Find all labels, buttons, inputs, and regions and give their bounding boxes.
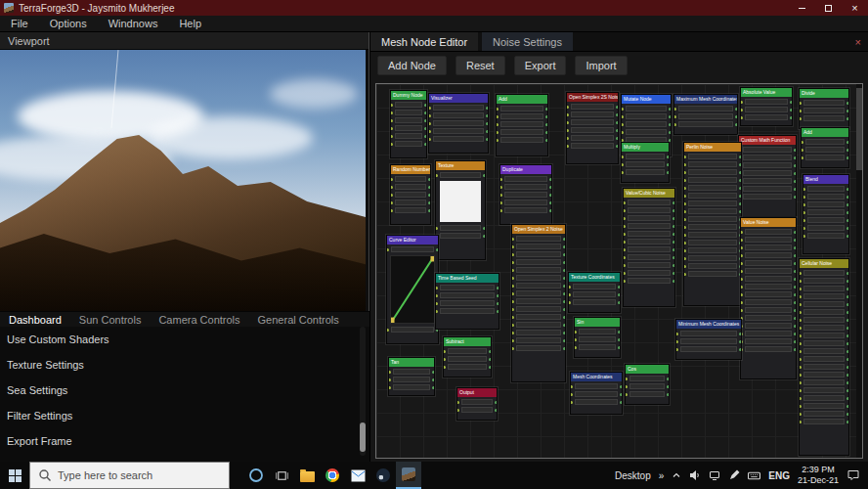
- input-pin[interactable]: [683, 202, 686, 205]
- node-field[interactable]: [678, 121, 733, 127]
- node-minimum-mesh-coordinates[interactable]: Minimum Mesh Coordinates: [675, 319, 742, 360]
- output-pin[interactable]: [497, 287, 499, 289]
- node-tan[interactable]: Tan: [388, 357, 435, 396]
- node-field[interactable]: [745, 276, 792, 282]
- input-pin[interactable]: [499, 201, 502, 204]
- node-mesh-coordinates[interactable]: Mesh Coordinates: [570, 372, 623, 415]
- input-pin[interactable]: [740, 231, 743, 234]
- node-field[interactable]: [516, 267, 561, 273]
- output-pin[interactable]: [846, 102, 849, 105]
- input-pin[interactable]: [435, 294, 438, 297]
- node-field[interactable]: [579, 344, 616, 350]
- node-field[interactable]: [688, 208, 737, 214]
- import-button[interactable]: Import: [575, 56, 627, 75]
- node-field[interactable]: [745, 229, 792, 235]
- node-dummy-node[interactable]: Dummy Node: [390, 90, 427, 158]
- node-value-cubic-noise[interactable]: Value/Cubic Noise: [623, 188, 675, 307]
- output-pin[interactable]: [563, 277, 566, 280]
- output-pin[interactable]: [673, 225, 675, 228]
- node-field[interactable]: [393, 369, 430, 375]
- input-pin[interactable]: [390, 135, 393, 138]
- input-pin[interactable]: [799, 405, 802, 408]
- output-pin[interactable]: [846, 149, 849, 152]
- output-pin[interactable]: [545, 123, 548, 126]
- node-field[interactable]: [688, 271, 737, 277]
- output-pin[interactable]: [495, 401, 498, 404]
- node-field[interactable]: [803, 286, 845, 291]
- input-pin[interactable]: [803, 219, 805, 222]
- node-field[interactable]: [393, 377, 430, 382]
- node-field[interactable]: [395, 117, 422, 123]
- viewport-tab[interactable]: Viewport: [0, 32, 369, 50]
- input-pin[interactable]: [683, 242, 686, 244]
- node-field[interactable]: [743, 178, 792, 184]
- node-field[interactable]: [629, 391, 665, 397]
- node-field[interactable]: [688, 247, 737, 253]
- input-pin[interactable]: [621, 171, 624, 174]
- node-field[interactable]: [516, 283, 561, 289]
- node-field[interactable]: [688, 224, 737, 230]
- input-pin[interactable]: [799, 288, 802, 290]
- input-pin[interactable]: [799, 311, 802, 314]
- node-field[interactable]: [516, 298, 561, 304]
- node-field[interactable]: [745, 244, 792, 250]
- taskbar-icon-terraforge3d[interactable]: [396, 462, 421, 489]
- input-pin[interactable]: [673, 115, 676, 118]
- input-pin[interactable]: [740, 239, 743, 242]
- output-pin[interactable]: [620, 401, 623, 404]
- node-maximum-mesh-coordinates[interactable]: Maximum Mesh Coordinates: [673, 94, 738, 135]
- input-pin[interactable]: [799, 366, 802, 369]
- left-scrollbar-thumb[interactable]: [360, 422, 366, 452]
- input-pin[interactable]: [443, 358, 446, 361]
- node-field[interactable]: [803, 364, 845, 370]
- input-pin[interactable]: [496, 131, 499, 134]
- language-indicator[interactable]: ENG: [768, 470, 790, 481]
- node-field[interactable]: [516, 290, 561, 296]
- node-field[interactable]: [571, 111, 614, 117]
- node-field[interactable]: [745, 237, 792, 243]
- output-pin[interactable]: [846, 327, 849, 330]
- node-field[interactable]: [745, 107, 788, 112]
- node-field[interactable]: [680, 331, 737, 336]
- node-field[interactable]: [579, 329, 616, 334]
- output-pin[interactable]: [846, 342, 849, 345]
- input-pin[interactable]: [799, 280, 802, 283]
- node-field[interactable]: [575, 399, 618, 405]
- output-pin[interactable]: [846, 413, 849, 416]
- node-field[interactable]: [678, 106, 733, 111]
- minimize-button[interactable]: [789, 0, 815, 16]
- node-field[interactable]: [391, 246, 434, 252]
- node-field[interactable]: [504, 184, 547, 190]
- node-field[interactable]: [626, 129, 667, 135]
- tab-camera-controls[interactable]: Camera Controls: [150, 314, 248, 326]
- output-pin[interactable]: [846, 358, 849, 361]
- pen-icon[interactable]: [728, 469, 740, 481]
- node-field[interactable]: [805, 155, 845, 160]
- editor-close-icon[interactable]: ×: [855, 36, 861, 48]
- node-field[interactable]: [745, 291, 792, 297]
- input-pin[interactable]: [621, 123, 624, 126]
- node-field[interactable]: [680, 338, 737, 344]
- node-field[interactable]: [440, 225, 481, 231]
- input-pin[interactable]: [511, 300, 514, 303]
- export-button[interactable]: Export: [514, 56, 567, 75]
- node-field[interactable]: [743, 155, 792, 160]
- output-pin[interactable]: [794, 278, 797, 281]
- node-field[interactable]: [516, 275, 561, 281]
- input-pin[interactable]: [511, 245, 514, 248]
- output-pin[interactable]: [667, 393, 670, 396]
- input-pin[interactable]: [570, 393, 573, 396]
- node-field[interactable]: [688, 193, 737, 199]
- output-pin[interactable]: [563, 332, 566, 334]
- node-field[interactable]: [807, 233, 845, 239]
- item-filter-settings[interactable]: Filter Settings: [0, 403, 369, 428]
- input-pin[interactable]: [621, 115, 624, 118]
- output-pin[interactable]: [794, 239, 797, 242]
- output-pin[interactable]: [563, 339, 566, 342]
- node-field[interactable]: [626, 154, 665, 159]
- input-pin[interactable]: [511, 347, 514, 350]
- node-field[interactable]: [573, 284, 616, 289]
- output-pin[interactable]: [846, 219, 849, 222]
- input-pin[interactable]: [803, 211, 805, 214]
- node-absolute-value[interactable]: Absolute Value: [740, 87, 793, 126]
